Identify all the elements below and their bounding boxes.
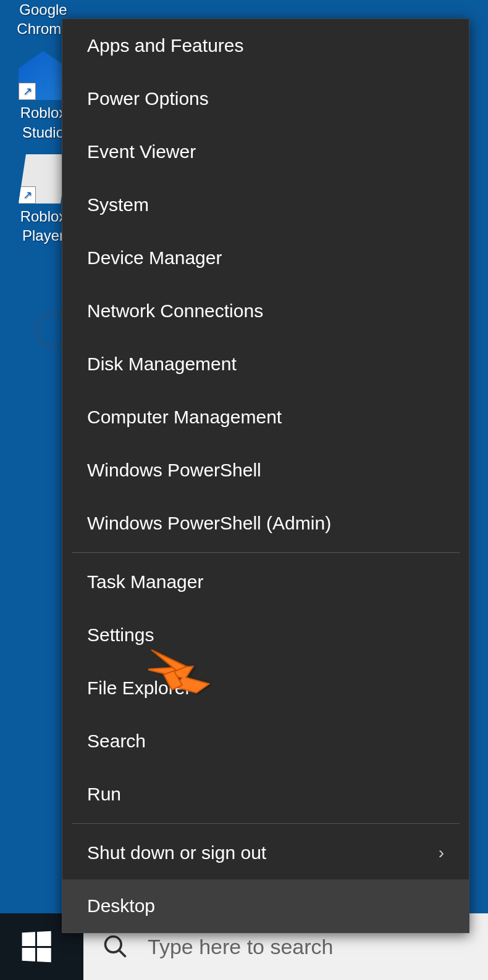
search-placeholder: Type here to search bbox=[148, 935, 334, 959]
menu-desktop[interactable]: Desktop bbox=[62, 879, 469, 932]
menu-computer-management[interactable]: Computer Management bbox=[62, 391, 469, 444]
menu-settings[interactable]: Settings bbox=[62, 608, 469, 662]
winx-context-menu: Apps and Features Power Options Event Vi… bbox=[62, 19, 469, 933]
roblox-studio-icon: ↗ bbox=[19, 51, 68, 100]
roblox-player-icon: ↗ bbox=[19, 154, 68, 204]
shortcut-overlay-icon: ↗ bbox=[19, 186, 36, 204]
windows-logo-icon bbox=[22, 931, 51, 963]
menu-network-connections[interactable]: Network Connections bbox=[62, 284, 469, 338]
menu-device-manager[interactable]: Device Manager bbox=[62, 231, 469, 284]
menu-shut-down-or-sign-out[interactable]: Shut down or sign out › bbox=[62, 826, 469, 879]
menu-file-explorer[interactable]: File Explorer bbox=[62, 662, 469, 715]
menu-search[interactable]: Search bbox=[62, 715, 469, 768]
menu-system[interactable]: System bbox=[62, 178, 469, 231]
menu-divider bbox=[72, 552, 460, 553]
svg-line-1 bbox=[119, 950, 126, 957]
menu-windows-powershell[interactable]: Windows PowerShell bbox=[62, 444, 469, 497]
start-button[interactable] bbox=[0, 913, 71, 980]
menu-disk-management[interactable]: Disk Management bbox=[62, 338, 469, 391]
menu-power-options[interactable]: Power Options bbox=[62, 72, 469, 125]
menu-apps-and-features[interactable]: Apps and Features bbox=[62, 19, 469, 72]
svg-point-0 bbox=[106, 937, 122, 953]
shortcut-overlay-icon: ↗ bbox=[19, 83, 36, 100]
search-icon bbox=[102, 933, 129, 960]
chevron-right-icon: › bbox=[439, 843, 444, 863]
menu-event-viewer[interactable]: Event Viewer bbox=[62, 125, 469, 178]
menu-run[interactable]: Run bbox=[62, 768, 469, 821]
menu-divider bbox=[72, 823, 460, 824]
menu-windows-powershell-admin[interactable]: Windows PowerShell (Admin) bbox=[62, 497, 469, 550]
menu-task-manager[interactable]: Task Manager bbox=[62, 555, 469, 608]
